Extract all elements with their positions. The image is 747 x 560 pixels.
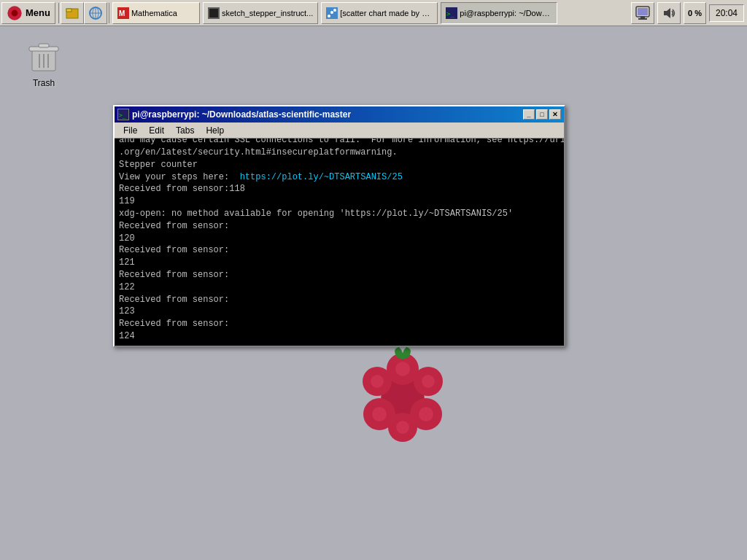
- window-close-btn[interactable]: ✕: [549, 109, 561, 120]
- term-url-text: https://plot.ly/~DTSARTSANIS/25: [240, 172, 403, 182]
- terminal-window: >_ pi@raspberrypi: ~/Downloads/atlas-sci…: [113, 105, 565, 347]
- trash-icon[interactable]: Trash: [15, 37, 73, 88]
- svg-point-20: [330, 11, 333, 14]
- window-title-text: pi@raspberrypi: ~/Downloads/atlas-scient…: [132, 109, 351, 120]
- svg-rect-25: [640, 16, 645, 18]
- separator-1: [58, 3, 59, 23]
- svg-point-42: [395, 362, 410, 376]
- svg-marker-28: [664, 8, 670, 18]
- svg-point-7: [16, 15, 19, 18]
- scatter-label: [scatter chart made by D...: [340, 9, 433, 18]
- sketch-label: sketch_stepper_instruct...: [222, 9, 313, 18]
- terminal-line: Stepper counter: [119, 159, 560, 171]
- svg-point-46: [419, 407, 433, 421]
- terminal-line: Received from sensor:: [119, 318, 560, 330]
- taskbar: Menu M Mathematica sketch_stepper_instru…: [0, 0, 747, 26]
- svg-rect-26: [638, 18, 647, 20]
- battery-percent: 0 %: [688, 9, 702, 18]
- mathematica-taskbar-icon: M: [117, 7, 129, 19]
- window-maximize-btn[interactable]: □: [536, 109, 548, 120]
- svg-text:>_: >_: [446, 10, 454, 18]
- window-menubar: File Edit Tabs Help: [115, 122, 564, 139]
- svg-text:>_: >_: [119, 112, 126, 119]
- svg-point-43: [371, 375, 384, 388]
- svg-point-5: [18, 12, 21, 15]
- menu-edit[interactable]: Edit: [143, 124, 170, 137]
- terminal-line: 123: [119, 306, 560, 318]
- svg-point-45: [372, 407, 387, 421]
- window-title-left: >_ pi@raspberrypi: ~/Downloads/atlas-sci…: [117, 109, 351, 120]
- terminal-label: pi@raspberrypi: ~/Downl...: [460, 9, 552, 18]
- mathematica-label: Mathematica: [131, 9, 177, 18]
- terminal-icon: >_: [118, 109, 128, 120]
- systray: 0 % 20:04: [631, 2, 747, 24]
- svg-text:M: M: [119, 9, 125, 18]
- taskbar-sketch-btn[interactable]: sketch_stepper_instruct...: [203, 2, 318, 24]
- svg-point-4: [9, 12, 12, 15]
- sketch-taskbar-icon: [208, 7, 220, 19]
- menu-tabs[interactable]: Tabs: [170, 124, 200, 137]
- svg-rect-9: [66, 9, 71, 12]
- window-controls: _ □ ✕: [523, 109, 561, 120]
- terminal-line: 119: [119, 195, 560, 208]
- browser-icon-btn[interactable]: [84, 2, 107, 24]
- svg-rect-17: [209, 9, 218, 18]
- terminal-line: Received from sensor:: [119, 269, 560, 281]
- terminal-body[interactable]: pi@raspberrypi ~/Downloads/atlas-scienti…: [115, 139, 564, 346]
- separator-2: [109, 3, 109, 23]
- window-minimize-btn[interactable]: _: [523, 109, 535, 120]
- window-titlebar: >_ pi@raspberrypi: ~/Downloads/atlas-sci…: [115, 106, 564, 122]
- file-manager-icon-btn[interactable]: [61, 2, 84, 24]
- svg-rect-27: [638, 8, 648, 15]
- network-icon: [635, 6, 650, 20]
- window-icon: >_: [117, 109, 129, 120]
- taskbar-scatter-btn[interactable]: [scatter chart made by D...: [321, 2, 438, 24]
- svg-point-2: [10, 8, 13, 11]
- raspberry-pi-icon: [7, 5, 23, 21]
- menu-file[interactable]: File: [117, 124, 143, 137]
- terminal-line: xdg-open: no method available for openin…: [119, 208, 560, 220]
- terminal-line: and may cause certain SSL connections to…: [119, 139, 560, 147]
- svg-point-19: [328, 15, 330, 18]
- battery-display[interactable]: 0 %: [684, 2, 706, 24]
- file-manager-icon: [65, 6, 80, 20]
- speaker-icon: [662, 6, 676, 20]
- terminal-line: 120: [119, 233, 560, 245]
- terminal-line: Received from sensor:: [119, 220, 560, 233]
- svg-point-47: [396, 421, 409, 434]
- terminal-line: .org/en/latest/security.html#insecurepla…: [119, 147, 560, 159]
- svg-point-44: [422, 375, 435, 388]
- menu-button[interactable]: Menu: [1, 2, 55, 24]
- svg-rect-31: [39, 44, 49, 47]
- clock-time: 20:04: [716, 8, 738, 18]
- menu-help[interactable]: Help: [200, 124, 230, 137]
- terminal-line: Received from sensor:: [119, 294, 560, 306]
- taskbar-mathematica-btn[interactable]: M Mathematica: [112, 2, 200, 24]
- network-icon-btn[interactable]: [631, 2, 654, 24]
- terminal-line: View your steps here: https://plot.ly/~D…: [119, 171, 560, 184]
- speaker-icon-btn[interactable]: [657, 2, 681, 24]
- terminal-line: Received from sensor:: [119, 244, 560, 257]
- desktop: Trash: [0, 26, 747, 560]
- terminal-line: 122: [119, 281, 560, 294]
- trash-icon-image: [25, 37, 63, 75]
- clock-display[interactable]: 20:04: [709, 4, 744, 22]
- browser-icon: [88, 6, 103, 20]
- desktop-rpi-logo: [330, 327, 476, 472]
- trash-label: Trash: [33, 78, 55, 88]
- taskbar-terminal-btn[interactable]: >_ pi@raspberrypi: ~/Downl...: [441, 2, 557, 24]
- menu-label: Menu: [26, 7, 50, 18]
- terminal-line: 121: [119, 257, 560, 269]
- terminal-line: Received from sensor:118: [119, 183, 560, 195]
- svg-point-1: [12, 9, 18, 16]
- terminal-line: 124: [119, 330, 560, 343]
- svg-point-3: [17, 8, 20, 11]
- terminal-taskbar-icon: >_: [446, 7, 457, 19]
- svg-point-21: [333, 9, 336, 12]
- term-url-prefix: View your steps here:: [119, 172, 240, 182]
- scatter-taskbar-icon: [326, 7, 338, 19]
- svg-point-6: [11, 15, 14, 18]
